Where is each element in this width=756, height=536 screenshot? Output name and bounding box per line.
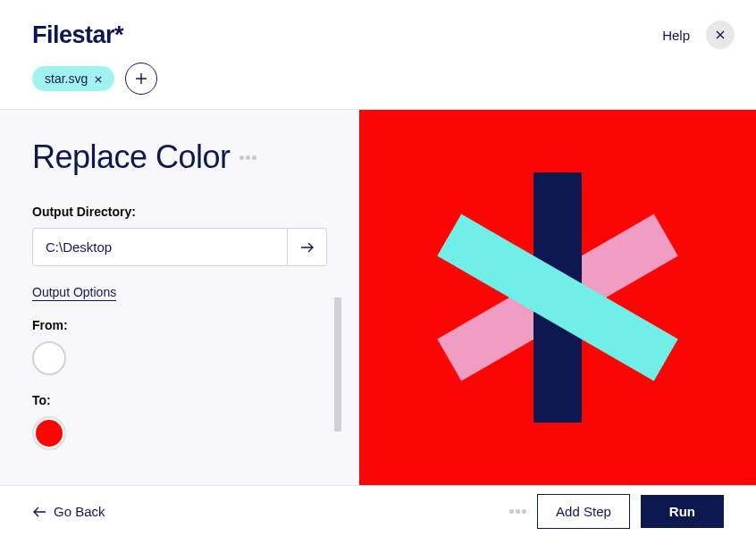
main-area: Replace Color Output Directory: Output O… [0, 109, 756, 485]
run-button[interactable]: Run [641, 495, 724, 528]
footer: Go Back Add Step Run [0, 485, 756, 536]
footer-menu-icon[interactable] [509, 509, 526, 514]
header-right: Help [662, 21, 735, 49]
preview-image [433, 172, 683, 423]
add-file-button[interactable] [125, 63, 157, 95]
file-chip[interactable]: star.svg [32, 66, 114, 91]
settings-panel: Replace Color Output Directory: Output O… [0, 110, 359, 485]
arrow-left-icon [32, 507, 46, 517]
output-directory-browse-button[interactable] [288, 228, 327, 266]
file-chips-row: star.svg [0, 54, 756, 109]
logo-star-icon: * [114, 21, 123, 48]
page-title-row: Replace Color [32, 138, 327, 176]
from-color-picker[interactable] [32, 341, 66, 375]
file-chip-name: star.svg [45, 71, 88, 86]
plus-icon [135, 72, 147, 85]
help-link[interactable]: Help [662, 28, 690, 43]
scrollbar[interactable] [334, 297, 341, 485]
go-back-label: Go Back [54, 504, 105, 519]
scrollbar-thumb[interactable] [334, 297, 341, 431]
close-icon [716, 30, 725, 39]
to-color-group: To: [32, 393, 327, 450]
preview-panel [359, 110, 756, 485]
add-step-button[interactable]: Add Step [537, 494, 630, 529]
from-label: From: [32, 318, 327, 332]
logo-text: Filestar [32, 21, 114, 48]
from-color-group: From: [32, 318, 327, 375]
to-color-picker[interactable] [32, 416, 66, 450]
output-options-link[interactable]: Output Options [32, 285, 116, 301]
output-directory-input[interactable] [32, 228, 288, 266]
to-color-swatch [36, 420, 63, 447]
arrow-right-icon [300, 242, 315, 253]
to-label: To: [32, 393, 327, 407]
page-title-menu-icon[interactable] [239, 155, 256, 160]
go-back-button[interactable]: Go Back [32, 504, 105, 519]
output-directory-group: Output Directory: [32, 205, 327, 266]
settings-scroll-area: Output Directory: Output Options From: T… [32, 205, 327, 468]
page-title: Replace Color [32, 138, 231, 176]
close-button[interactable] [706, 21, 735, 49]
output-directory-label: Output Directory: [32, 205, 327, 219]
file-chip-remove-icon[interactable] [95, 72, 102, 86]
footer-right: Add Step Run [509, 494, 724, 529]
logo: Filestar* [32, 21, 123, 49]
header: Filestar* Help [0, 0, 756, 54]
